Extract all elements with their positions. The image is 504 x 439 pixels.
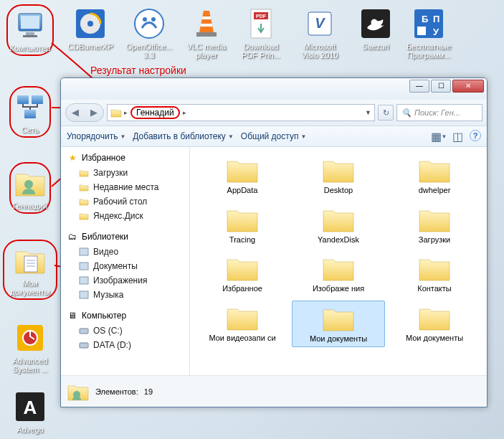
tree-item[interactable]: Видео xyxy=(61,245,189,259)
desktop-icon[interactable]: Advanced System ... xyxy=(3,318,57,376)
desktop-icon-label: Бесплатные Программ... xyxy=(404,42,454,60)
folder-item[interactable]: Tracing xyxy=(196,202,289,247)
share-button[interactable]: Общий доступ▼ xyxy=(241,131,307,141)
tree-item-label: Рабочий стол xyxy=(93,197,147,207)
svg-text:Б: Б xyxy=(422,14,428,24)
desktop-icon-label: VLC media player xyxy=(181,42,232,60)
status-label: Элементов: xyxy=(95,387,138,396)
tree-item[interactable]: Яндекс.Диск xyxy=(61,209,189,223)
folder-item[interactable]: dwhelper xyxy=(388,153,481,198)
desktop-icon[interactable]: Мои документы xyxy=(3,240,57,300)
search-input[interactable]: 🔍 Поиск: Ген... xyxy=(396,104,482,121)
bpu-icon: БПУ xyxy=(412,6,446,41)
desktop-icon[interactable]: Геннадий xyxy=(3,162,57,214)
address-root[interactable]: ▸ xyxy=(110,108,128,118)
folder-item[interactable]: Контакты xyxy=(388,251,481,296)
tree-item-label: Яндекс.Диск xyxy=(93,211,143,221)
folder-icon xyxy=(225,156,260,184)
svg-rect-26 xyxy=(24,110,36,118)
folder-content[interactable]: AppDataDesktopdwhelperTracingYandexDiskЗ… xyxy=(190,147,487,375)
user-folder-icon xyxy=(67,380,90,403)
folder-item[interactable]: Изображе ния xyxy=(292,251,385,296)
folder-icon xyxy=(321,304,356,333)
folder-item[interactable]: AppData xyxy=(196,153,289,198)
svg-rect-37 xyxy=(80,248,88,255)
add-to-library-button[interactable]: Добавить в библиотеку▼ xyxy=(133,131,233,141)
back-icon[interactable]: ◀ xyxy=(66,104,85,121)
tree-item[interactable]: Музыка xyxy=(61,288,189,302)
desktop-icon[interactable]: Saezuri xyxy=(348,4,403,53)
svg-rect-12 xyxy=(196,32,217,37)
folder-item[interactable]: YandexDisk xyxy=(292,202,385,247)
search-icon: 🔍 xyxy=(401,108,412,118)
tree-item[interactable]: Загрузки xyxy=(61,166,189,180)
tree-item[interactable]: DATA (D:) xyxy=(61,338,189,352)
tree-item[interactable]: Рабочий стол xyxy=(61,194,189,209)
computer-icon xyxy=(13,8,47,42)
maximize-button[interactable]: ☐ xyxy=(431,80,451,93)
organize-button[interactable]: Упорядочить▼ xyxy=(67,131,125,141)
svg-text:У: У xyxy=(433,27,439,37)
tree-item-icon xyxy=(78,210,90,222)
address-current[interactable]: Геннадий xyxy=(130,106,180,119)
address-dropdown-icon[interactable]: ▼ xyxy=(365,109,371,116)
tree-favorites[interactable]: ★ Избранное xyxy=(61,150,189,166)
help-button[interactable]: ? xyxy=(470,130,481,141)
userfolder-icon xyxy=(13,166,47,200)
asc-icon xyxy=(13,321,47,355)
folder-item[interactable]: Загрузки xyxy=(388,202,481,247)
close-button[interactable]: ✕ xyxy=(452,80,484,93)
desktop-icon[interactable]: PDFDownload PDF Prin... xyxy=(234,4,288,62)
nav-back-forward[interactable]: ◀ ▶ xyxy=(65,103,104,122)
saezuri-icon xyxy=(358,6,393,41)
folder-item[interactable]: Мои документы xyxy=(388,301,481,347)
svg-text:PDF: PDF xyxy=(256,14,267,19)
svg-rect-28 xyxy=(24,256,37,272)
desktop-icon-label: Advego xyxy=(13,425,47,434)
desktop-icon-label: OpenOffice... 3.3 xyxy=(124,42,174,60)
navigation-tree[interactable]: ★ Избранное ЗагрузкиНедавние местаРабочи… xyxy=(61,147,190,375)
tree-item-icon xyxy=(78,339,90,351)
titlebar[interactable]: — ☐ ✕ xyxy=(61,78,487,100)
folder-label: Desktop xyxy=(293,186,384,195)
folder-label: dwhelper xyxy=(389,186,480,195)
desktop-icon[interactable]: БПУБесплатные Программ... xyxy=(401,4,456,62)
tree-item-icon xyxy=(78,181,90,193)
tree-item[interactable]: Документы xyxy=(61,259,189,273)
tree-computer[interactable]: 🖥 Компьютер xyxy=(61,308,189,324)
preview-pane-button[interactable]: ◫ xyxy=(451,130,464,143)
folder-item[interactable]: Мои документы xyxy=(292,301,385,347)
svg-point-27 xyxy=(24,180,33,189)
svg-point-9 xyxy=(151,17,156,22)
folder-item[interactable]: Мои видеозапи си xyxy=(196,301,289,347)
desktop-icon[interactable]: AAdvego xyxy=(3,387,57,436)
desktop-icon[interactable]: VLC media player xyxy=(179,4,234,62)
folder-icon xyxy=(321,156,356,184)
tree-libraries[interactable]: 🗂 Библиотеки xyxy=(61,229,189,245)
status-count: 19 xyxy=(144,387,153,396)
desktop-icon[interactable]: VMicrosoft Visio 2010 xyxy=(293,4,347,62)
folder-icon xyxy=(417,254,452,283)
desktop-icon[interactable]: Компьютер xyxy=(3,4,57,56)
toolbar: Упорядочить▼ Добавить в библиотеку▼ Общи… xyxy=(61,126,487,147)
minimize-button[interactable]: — xyxy=(409,80,429,93)
svg-text:П: П xyxy=(433,14,439,24)
folder-item[interactable]: Избранное xyxy=(196,251,289,296)
desktop-icon[interactable]: Сеть xyxy=(3,86,57,138)
desktop-icon-label: Saezuri xyxy=(358,42,393,51)
forward-icon[interactable]: ▶ xyxy=(85,104,103,121)
desktop-icon-label: Microsoft Visio 2010 xyxy=(295,42,345,60)
address-sep-icon: ▸ xyxy=(183,109,186,116)
tree-item[interactable]: OS (C:) xyxy=(61,324,189,338)
desktop-icon[interactable]: CDBurnerXP xyxy=(63,4,118,53)
svg-rect-23 xyxy=(417,27,426,35)
address-bar[interactable]: ▸ Геннадий ▸ ▼ xyxy=(107,104,375,121)
view-button[interactable]: ▦ ▼ xyxy=(432,130,445,143)
folder-label: YandexDisk xyxy=(293,235,384,245)
vlc-icon xyxy=(189,6,224,41)
folder-item[interactable]: Desktop xyxy=(292,153,385,198)
refresh-button[interactable]: ↻ xyxy=(378,105,394,121)
tree-item[interactable]: Изображения xyxy=(61,273,189,288)
desktop-icon[interactable]: OpenOffice... 3.3 xyxy=(122,4,176,62)
tree-item[interactable]: Недавние места xyxy=(61,180,189,194)
